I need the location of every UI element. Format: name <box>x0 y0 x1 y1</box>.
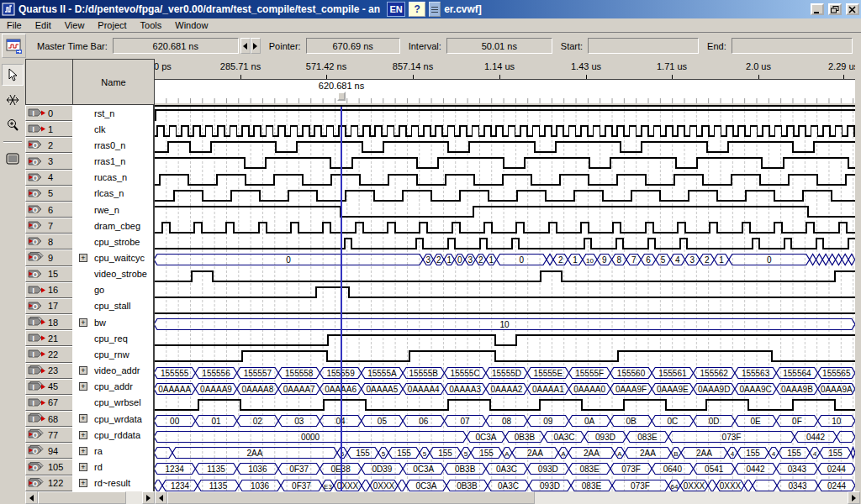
signal-waveform[interactable] <box>154 268 855 284</box>
signal-id-button-video_addr[interactable]: I23 <box>25 363 73 379</box>
help-icon[interactable]: ? <box>409 2 425 17</box>
waveform-row-rd~result[interactable]: 1234113510360F37E30XXX0XXX0C3A0B3B0A3C09… <box>154 477 855 493</box>
signal-name-rd~result[interactable]: +rd~result <box>72 475 153 491</box>
signal-name-rd[interactable]: +rd <box>72 459 153 475</box>
waveform-display-area[interactable]: 0321032102110987654321010155555155556155… <box>154 105 855 493</box>
menu-item-edit[interactable]: Edit <box>29 19 58 31</box>
signal-name-rras1_n[interactable]: rras1_n <box>72 153 153 169</box>
signal-id-button-cpu_addr[interactable]: I45 <box>25 379 73 395</box>
signal-name-cpu_strobe[interactable]: cpu_strobe <box>72 234 153 249</box>
zoom-tool-button[interactable] <box>2 114 24 136</box>
waveform-row-clk[interactable] <box>154 123 855 139</box>
signal-waveform[interactable]: 00000C3A0B3B0A3C093D083E073F0442 <box>154 428 855 444</box>
signal-waveform[interactable] <box>154 300 855 316</box>
expand-icon[interactable]: + <box>79 366 87 375</box>
menu-item-project[interactable]: Project <box>91 19 133 31</box>
signal-waveform[interactable]: 2AA5155515551555155A2AAA2AAA2AAB2AA41554… <box>154 444 855 460</box>
master-time-bar-field[interactable]: 620.681 ns <box>113 38 239 54</box>
end-field[interactable] <box>732 38 853 54</box>
language-bar-options-icon[interactable] <box>429 2 441 17</box>
signal-name-cpu_rnw[interactable]: cpu_rnw <box>72 346 153 362</box>
minimize-button[interactable] <box>811 3 824 15</box>
signal-name-rras0_n[interactable]: rras0_n <box>72 137 153 153</box>
signal-id-button-cpu_wrbsel[interactable]: I67 <box>25 395 73 411</box>
signal-name-cpu_waitcyc[interactable]: +cpu_waitcyc <box>72 249 153 265</box>
waveform-row-cpu_stall[interactable] <box>154 300 855 316</box>
waveform-row-rucas_n[interactable] <box>154 171 855 187</box>
signal-name-cpu_wrdata[interactable]: +cpu_wrdata <box>72 411 153 427</box>
signal-waveform[interactable]: 1234113510360F370E380D390C3A0B3B0A3C093D… <box>154 460 855 476</box>
waveform-row-cpu_rddata[interactable]: 00000C3A0B3B0A3C093D083E073F0442 <box>154 428 855 444</box>
waveform-row-rras0_n[interactable] <box>154 139 855 155</box>
spin-left-button[interactable] <box>240 38 251 54</box>
signal-name-cpu_wrbsel[interactable]: cpu_wrbsel <box>72 395 153 411</box>
signal-waveform[interactable] <box>154 123 855 139</box>
waveform-scrollbar[interactable] <box>155 491 860 504</box>
signal-id-button-cpu_wrdata[interactable]: I68 <box>25 411 73 427</box>
signal-waveform[interactable]: 10 <box>154 316 855 332</box>
language-badge[interactable]: EN <box>387 2 405 17</box>
signal-waveform[interactable] <box>154 332 855 348</box>
signal-id-button-cpu_waitcyc[interactable]: O9 <box>25 249 73 265</box>
signal-id-button-rd[interactable]: O105 <box>25 459 73 475</box>
signal-name-video_addr[interactable]: +video_addr <box>72 363 153 379</box>
waveform-row-cpu_rnw[interactable] <box>154 348 855 364</box>
signal-name-cpu_req[interactable]: cpu_req <box>72 330 153 346</box>
signal-name-cpu_stall[interactable]: cpu_stall <box>72 298 153 314</box>
signal-name-cpu_rddata[interactable]: +cpu_rddata <box>72 427 153 443</box>
signal-waveform[interactable] <box>154 348 855 364</box>
menu-item-file[interactable]: File <box>0 19 29 31</box>
signal-waveform[interactable] <box>154 139 855 155</box>
signal-id-button-rst_n[interactable]: I0 <box>25 105 73 121</box>
scrollbar-track[interactable] <box>126 491 142 504</box>
signal-waveform[interactable]: 000102030405060708090A0B0C0D0E0F10 <box>154 412 855 428</box>
signal-waveform[interactable]: 1234113510360F37E30XXX0XXX0C3A0B3B0A3C09… <box>154 477 855 493</box>
signal-name-rlcas_n[interactable]: rlcas_n <box>72 186 153 202</box>
signal-id-button-cpu_rddata[interactable]: O77 <box>25 427 73 443</box>
signal-name-cpu_addr[interactable]: +cpu_addr <box>72 379 153 395</box>
signal-name-clk[interactable]: clk <box>72 121 153 137</box>
scroll-left-button[interactable] <box>155 491 167 504</box>
signal-waveform[interactable] <box>154 155 855 171</box>
signal-waveform[interactable] <box>154 107 855 123</box>
signal-waveform[interactable] <box>154 203 855 219</box>
signal-waveform[interactable] <box>154 187 855 203</box>
signal-waveform[interactable] <box>154 235 855 251</box>
signal-name-ra[interactable]: +ra <box>72 443 153 459</box>
scroll-right-button[interactable] <box>848 491 860 504</box>
scrollbar-thumb[interactable] <box>38 491 126 504</box>
time-cursor-line[interactable] <box>341 107 342 493</box>
signal-waveform[interactable] <box>154 396 855 412</box>
signal-waveform[interactable] <box>154 219 855 235</box>
signal-id-button-video_strobe[interactable]: O15 <box>25 266 73 282</box>
signal-id-button-clk[interactable]: I1 <box>25 121 73 137</box>
expand-icon[interactable]: + <box>79 447 87 455</box>
signal-waveform[interactable]: 03210321021109876543210 <box>154 251 855 267</box>
menu-item-tools[interactable]: Tools <box>134 19 169 31</box>
signal-waveform[interactable]: 0AAAAA0AAAA90AAAA80AAAA70AAAA60AAAA50AAA… <box>154 381 855 396</box>
full-screen-tool-button[interactable] <box>2 148 24 170</box>
signal-id-button-rd~result[interactable]: O122 <box>25 475 73 491</box>
waveform-row-rras1_n[interactable] <box>154 155 855 171</box>
expand-icon[interactable]: + <box>79 382 87 391</box>
signal-id-button-go[interactable]: I16 <box>25 282 73 298</box>
signal-id-button-cpu_strobe[interactable]: O8 <box>25 234 73 249</box>
signal-id-button-ra[interactable]: O94 <box>25 443 73 459</box>
expand-icon[interactable]: + <box>79 463 87 471</box>
waveform-row-rwe_n[interactable] <box>154 203 855 219</box>
signal-id-button-cpu_stall[interactable]: O17 <box>25 298 73 314</box>
expand-icon[interactable]: + <box>79 318 87 327</box>
waveform-row-rd[interactable]: 1234113510360F370E380D390C3A0B3B0A3C093D… <box>154 460 855 476</box>
expand-icon[interactable]: + <box>79 254 87 262</box>
signal-id-button-rras1_n[interactable]: O3 <box>25 153 73 169</box>
waveform-row-cpu_wrbsel[interactable] <box>154 396 855 412</box>
signal-id-button-rlcas_n[interactable]: O5 <box>25 186 73 202</box>
signal-name-go[interactable]: go <box>72 282 153 298</box>
signal-waveform[interactable] <box>154 171 855 187</box>
signal-id-button-dram_cbeg[interactable]: O7 <box>25 218 73 234</box>
waveform-row-cpu_req[interactable] <box>154 332 855 348</box>
expand-icon[interactable]: + <box>79 431 87 439</box>
signal-id-button-cpu_rnw[interactable]: I22 <box>25 346 73 362</box>
waveform-row-dram_cbeg[interactable] <box>154 219 855 235</box>
waveform-row-cpu_strobe[interactable] <box>154 235 855 251</box>
